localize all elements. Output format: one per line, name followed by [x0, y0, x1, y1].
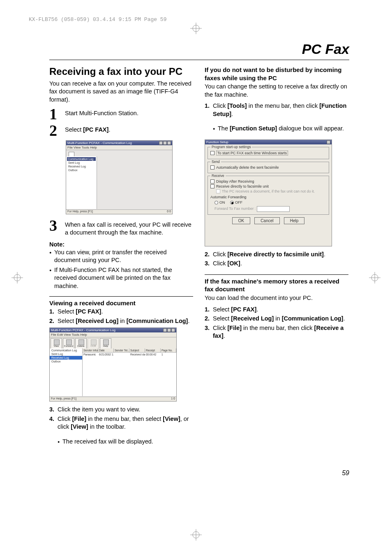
ok-button: OK: [232, 217, 250, 224]
cancel-button: Cancel: [254, 217, 279, 224]
right-column: If you do not want to be disturbed by in…: [205, 66, 348, 452]
disturb-steps-cont: 2.Click [Receive directly to facsimile u…: [205, 251, 348, 268]
note-item: If Multi-Function PC FAX has not started…: [49, 266, 193, 290]
screenshot-pcfax-received-log: Multi-Function PCFAX - Communication Log…: [49, 327, 177, 402]
registration-mark-bottom: [190, 529, 202, 541]
viewing-heading: Viewing a received document: [49, 299, 193, 307]
screenshot-function-setup: Function Setup Program start-up settings…: [205, 139, 332, 246]
step-3: 3 When a fax call is received, your PC w…: [49, 218, 193, 237]
note-heading: Note:: [49, 241, 193, 248]
step-number: 1: [49, 107, 61, 121]
step-number: 2: [49, 123, 61, 137]
step-number: 3: [49, 218, 61, 232]
step-1: 1 Start Multi-Function Station.: [49, 107, 193, 121]
memory-body: You can load the document into your PC.: [205, 294, 348, 302]
memory-heading: If the fax machine's memory stores a rec…: [205, 277, 348, 293]
registration-mark-right: [369, 272, 380, 283]
memory-steps: 1.Select [PC FAX]. 2.Select [Received Lo…: [205, 306, 348, 340]
disturb-sub-bullet: The [Function Setup] dialogue box will a…: [205, 125, 348, 133]
disturb-heading: If you do not want to be disturbed by in…: [205, 66, 348, 82]
step-text: Select [PC FAX].: [65, 123, 110, 134]
note-item: You can view, print or transfer the rece…: [49, 248, 193, 265]
print-header: KX-FLB756 (058-059) 03.4.14 9:15 PM Page…: [29, 16, 166, 23]
disturb-steps: 1.Click [Tools] in the menu bar, then cl…: [205, 102, 348, 118]
page-number: 59: [342, 469, 349, 477]
step-text: When a fax call is received, your PC wil…: [65, 218, 193, 237]
screenshot-pcfax-empty: Multi-Function PCFAX - Communication Log…: [66, 140, 173, 214]
disturb-body: You can change the setting to receive a …: [205, 83, 348, 99]
step-2: 2 Select [PC FAX].: [49, 123, 193, 137]
registration-mark-left: [12, 272, 23, 283]
note-list: You can view, print or transfer the rece…: [49, 248, 193, 290]
step-text: Start Multi-Function Station.: [65, 107, 138, 118]
intro-text: You can receive a fax on your computer. …: [49, 80, 193, 104]
section-heading: Receiving a fax into your PC: [49, 66, 193, 77]
left-column: Receiving a fax into your PC You can rec…: [49, 66, 193, 452]
viewing-steps: 1.Select [PC FAX]. 2.Select [Received Lo…: [49, 308, 193, 325]
registration-mark-top: [190, 23, 202, 34]
help-button: Help: [284, 217, 305, 224]
viewing-steps-cont: 3.Click the item you want to view. 4.Cli…: [49, 406, 193, 431]
viewing-sub-bullet: The received fax will be displayed.: [49, 438, 193, 446]
page-title: PC Fax: [49, 41, 349, 60]
